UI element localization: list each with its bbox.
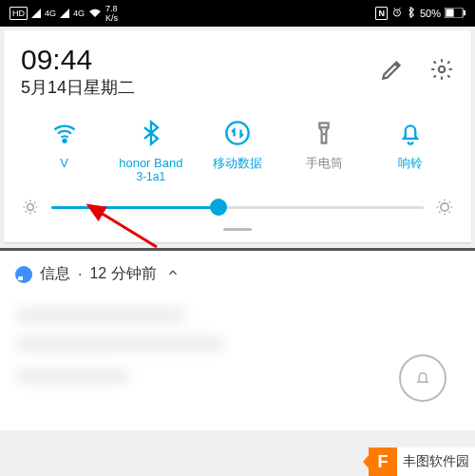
chevron-up-icon[interactable] <box>166 266 180 283</box>
bluetooth-status-icon <box>407 7 416 20</box>
notification-body-blurred <box>0 297 475 430</box>
status-bar: HD 4G 4G 7.8K/s N 50% <box>0 0 475 27</box>
clock-date: 5月14日星期二 <box>21 76 380 99</box>
bell-icon <box>397 118 424 148</box>
edit-icon[interactable] <box>380 57 405 86</box>
brightness-low-icon <box>21 198 40 217</box>
wifi-label: V <box>60 156 68 184</box>
signal-b-icon <box>60 9 69 18</box>
quick-toggles-row: V honor Band 3-1a1 移动数据 手电筒 <box>21 118 454 184</box>
notification-row[interactable]: 信息 · 12 分钟前 <box>0 251 475 297</box>
quick-settings-panel: 09:44 5月14日星期二 V honor Band 3-1a1 <box>4 30 471 242</box>
net-b: 4G <box>73 9 85 18</box>
bluetooth-toggle[interactable]: honor Band 3-1a1 <box>107 118 194 184</box>
notification-app: 信息 <box>40 264 70 284</box>
nfc-badge: N <box>375 7 388 20</box>
panel-drag-handle[interactable] <box>223 228 252 231</box>
slider-thumb[interactable] <box>210 199 227 216</box>
status-left: HD 4G 4G 7.8K/s <box>10 4 118 23</box>
svg-rect-7 <box>320 124 329 128</box>
svg-point-10 <box>441 203 448 211</box>
battery-pct: 50% <box>420 8 441 19</box>
svg-point-6 <box>226 122 248 143</box>
clock-time: 09:44 <box>21 44 380 76</box>
hd-badge: HD <box>10 7 28 20</box>
net-a: 4G <box>45 9 56 18</box>
brightness-high-icon <box>435 198 454 217</box>
alarm-status-icon <box>391 7 403 20</box>
flashlight-icon <box>311 118 337 148</box>
svg-point-9 <box>28 204 34 211</box>
mobile-data-label: 移动数据 <box>213 156 262 184</box>
messages-app-icon <box>15 266 32 283</box>
bluetooth-label: honor Band 3-1a1 <box>119 156 182 184</box>
notification-sep: · <box>78 266 82 283</box>
ringer-toggle[interactable]: 响铃 <box>368 118 454 184</box>
watermark-text: 丰图软件园 <box>403 453 469 470</box>
brightness-slider-row <box>21 194 454 220</box>
wifi-icon <box>51 118 78 148</box>
time-block[interactable]: 09:44 5月14日星期二 <box>21 44 380 99</box>
status-right: N 50% <box>375 7 466 20</box>
svg-point-5 <box>63 140 66 143</box>
flashlight-toggle[interactable]: 手电筒 <box>281 118 368 184</box>
svg-rect-2 <box>446 9 453 16</box>
notification-fab[interactable] <box>399 354 446 402</box>
signal-a-icon <box>31 9 41 18</box>
battery-icon <box>445 8 466 20</box>
svg-point-4 <box>439 67 446 73</box>
svg-rect-3 <box>464 10 466 15</box>
notification-time: 12 分钟前 <box>89 264 156 284</box>
flashlight-label: 手电筒 <box>306 156 343 184</box>
wifi-toggle[interactable]: V <box>21 118 107 184</box>
panel-header: 09:44 5月14日星期二 <box>21 44 454 99</box>
settings-gear-icon[interactable] <box>429 57 454 86</box>
watermark: F 丰图软件园 <box>369 447 475 476</box>
watermark-logo: F <box>369 447 397 476</box>
wifi-status-icon <box>88 9 102 18</box>
brightness-slider[interactable] <box>51 206 424 209</box>
bluetooth-icon <box>138 118 164 148</box>
mobile-data-toggle[interactable]: 移动数据 <box>194 118 280 184</box>
mobile-data-icon <box>224 118 251 148</box>
ringer-label: 响铃 <box>398 156 423 184</box>
data-rate: 7.8K/s <box>105 4 118 23</box>
